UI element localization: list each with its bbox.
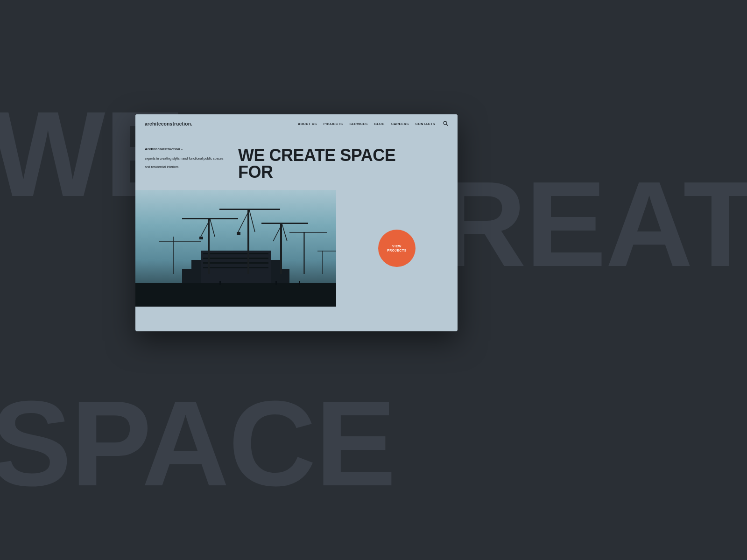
search-icon[interactable] xyxy=(443,120,448,127)
hero-section: Architeconstruction - experts in creatin… xyxy=(135,133,458,181)
nav-link-blog[interactable]: BLOG xyxy=(374,122,385,126)
nav-link-contacts[interactable]: CONTACTS xyxy=(416,122,435,126)
svg-rect-28 xyxy=(322,251,323,274)
tagline: experts in creating stylish and function… xyxy=(145,157,223,168)
svg-rect-33 xyxy=(299,281,300,285)
svg-rect-29 xyxy=(317,251,336,252)
hero-description: Architeconstruction - experts in creatin… xyxy=(145,147,238,170)
svg-rect-14 xyxy=(199,237,203,239)
navbar: architeconstruction. ABOUT US PROJECTS S… xyxy=(135,114,458,133)
svg-rect-27 xyxy=(289,232,327,233)
nav-link-careers[interactable]: CAREERS xyxy=(391,122,409,126)
svg-rect-6 xyxy=(203,253,268,254)
svg-rect-25 xyxy=(159,241,201,242)
svg-rect-31 xyxy=(219,281,221,285)
nav-link-projects[interactable]: PROJECTS xyxy=(324,122,343,126)
svg-rect-32 xyxy=(275,281,277,285)
view-projects-button[interactable]: VIEW PROJECTS xyxy=(378,230,416,267)
bg-text-reat: REAT xyxy=(439,163,747,285)
svg-rect-16 xyxy=(219,209,280,210)
cranes-illustration xyxy=(135,190,336,307)
content-area: VIEW PROJECTS xyxy=(135,190,458,307)
svg-rect-21 xyxy=(261,223,308,224)
browser-window: architeconstruction. ABOUT US PROJECTS S… xyxy=(135,114,458,331)
cta-area: VIEW PROJECTS xyxy=(336,190,458,307)
nav-link-about-us[interactable]: ABOUT US xyxy=(298,122,317,126)
svg-line-1 xyxy=(446,124,448,126)
bg-text-space: SPACE xyxy=(0,383,395,504)
hero-headline: WE CREATE SPACE FOR xyxy=(238,147,448,181)
svg-rect-30 xyxy=(135,283,336,307)
svg-rect-26 xyxy=(303,232,305,274)
svg-rect-15 xyxy=(247,209,249,274)
nav-links: ABOUT US PROJECTS SERVICES BLOG CAREERS … xyxy=(298,122,435,126)
svg-rect-19 xyxy=(237,232,240,235)
hero-top: Architeconstruction - experts in creatin… xyxy=(145,147,448,181)
hero-headline-text: WE CREATE SPACE FOR xyxy=(238,147,448,181)
company-name: Architeconstruction - xyxy=(145,147,229,151)
svg-rect-9 xyxy=(203,267,268,268)
nav-link-services[interactable]: SERVICES xyxy=(349,122,367,126)
hero-image xyxy=(135,190,336,307)
svg-rect-11 xyxy=(182,218,238,219)
svg-rect-20 xyxy=(280,223,282,274)
svg-rect-7 xyxy=(203,258,268,259)
svg-rect-10 xyxy=(208,218,210,274)
nav-logo: architeconstruction. xyxy=(145,121,192,126)
svg-rect-8 xyxy=(203,262,268,264)
